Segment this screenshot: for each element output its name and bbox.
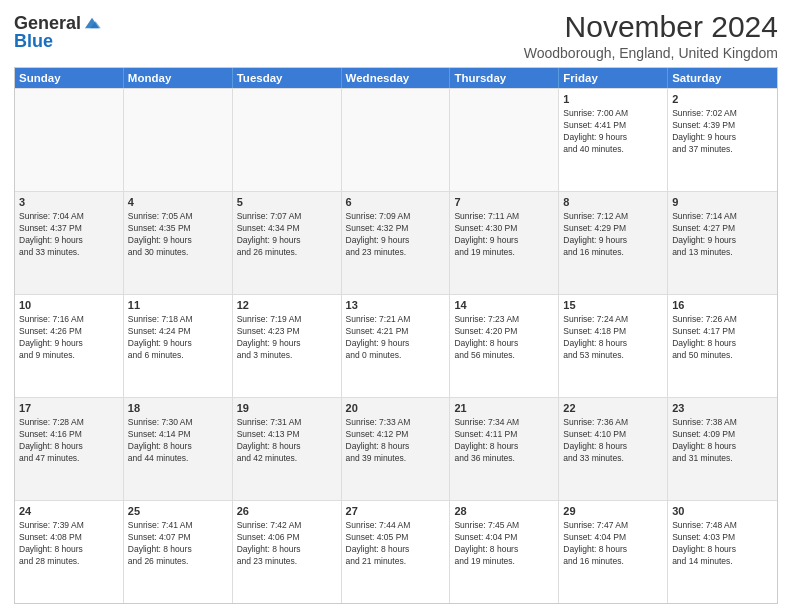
cal-cell-empty [124,89,233,191]
day-number: 1 [563,92,663,107]
cal-cell-empty [450,89,559,191]
cal-header-wednesday: Wednesday [342,68,451,88]
cal-cell-day-1: 1Sunrise: 7:00 AM Sunset: 4:41 PM Daylig… [559,89,668,191]
day-number: 24 [19,504,119,519]
cal-cell-empty [233,89,342,191]
day-number: 28 [454,504,554,519]
day-detail: Sunrise: 7:41 AM Sunset: 4:07 PM Dayligh… [128,520,228,568]
day-number: 27 [346,504,446,519]
cal-cell-day-16: 16Sunrise: 7:26 AM Sunset: 4:17 PM Dayli… [668,295,777,397]
logo-blue: Blue [14,32,53,50]
day-number: 15 [563,298,663,313]
cal-cell-day-21: 21Sunrise: 7:34 AM Sunset: 4:11 PM Dayli… [450,398,559,500]
cal-week-3: 10Sunrise: 7:16 AM Sunset: 4:26 PM Dayli… [15,294,777,397]
day-number: 29 [563,504,663,519]
cal-week-5: 24Sunrise: 7:39 AM Sunset: 4:08 PM Dayli… [15,500,777,603]
day-number: 26 [237,504,337,519]
cal-cell-day-5: 5Sunrise: 7:07 AM Sunset: 4:34 PM Daylig… [233,192,342,294]
cal-header-friday: Friday [559,68,668,88]
cal-cell-day-26: 26Sunrise: 7:42 AM Sunset: 4:06 PM Dayli… [233,501,342,603]
cal-header-sunday: Sunday [15,68,124,88]
day-detail: Sunrise: 7:00 AM Sunset: 4:41 PM Dayligh… [563,108,663,156]
cal-cell-day-2: 2Sunrise: 7:02 AM Sunset: 4:39 PM Daylig… [668,89,777,191]
day-detail: Sunrise: 7:30 AM Sunset: 4:14 PM Dayligh… [128,417,228,465]
day-number: 2 [672,92,773,107]
day-detail: Sunrise: 7:47 AM Sunset: 4:04 PM Dayligh… [563,520,663,568]
cal-cell-day-18: 18Sunrise: 7:30 AM Sunset: 4:14 PM Dayli… [124,398,233,500]
day-detail: Sunrise: 7:34 AM Sunset: 4:11 PM Dayligh… [454,417,554,465]
day-detail: Sunrise: 7:28 AM Sunset: 4:16 PM Dayligh… [19,417,119,465]
cal-cell-day-17: 17Sunrise: 7:28 AM Sunset: 4:16 PM Dayli… [15,398,124,500]
calendar-header: SundayMondayTuesdayWednesdayThursdayFrid… [15,68,777,88]
day-detail: Sunrise: 7:05 AM Sunset: 4:35 PM Dayligh… [128,211,228,259]
day-number: 7 [454,195,554,210]
day-number: 16 [672,298,773,313]
day-number: 17 [19,401,119,416]
day-detail: Sunrise: 7:31 AM Sunset: 4:13 PM Dayligh… [237,417,337,465]
day-number: 14 [454,298,554,313]
day-detail: Sunrise: 7:02 AM Sunset: 4:39 PM Dayligh… [672,108,773,156]
cal-cell-day-29: 29Sunrise: 7:47 AM Sunset: 4:04 PM Dayli… [559,501,668,603]
cal-cell-empty [15,89,124,191]
cal-cell-day-25: 25Sunrise: 7:41 AM Sunset: 4:07 PM Dayli… [124,501,233,603]
cal-cell-day-15: 15Sunrise: 7:24 AM Sunset: 4:18 PM Dayli… [559,295,668,397]
day-detail: Sunrise: 7:24 AM Sunset: 4:18 PM Dayligh… [563,314,663,362]
cal-cell-day-9: 9Sunrise: 7:14 AM Sunset: 4:27 PM Daylig… [668,192,777,294]
cal-cell-day-8: 8Sunrise: 7:12 AM Sunset: 4:29 PM Daylig… [559,192,668,294]
header: General Blue November 2024 Woodborough, … [14,10,778,61]
cal-cell-day-27: 27Sunrise: 7:44 AM Sunset: 4:05 PM Dayli… [342,501,451,603]
title-block: November 2024 Woodborough, England, Unit… [524,10,778,61]
logo-general: General [14,14,81,32]
day-detail: Sunrise: 7:38 AM Sunset: 4:09 PM Dayligh… [672,417,773,465]
day-detail: Sunrise: 7:45 AM Sunset: 4:04 PM Dayligh… [454,520,554,568]
day-number: 30 [672,504,773,519]
day-number: 9 [672,195,773,210]
day-detail: Sunrise: 7:09 AM Sunset: 4:32 PM Dayligh… [346,211,446,259]
calendar-body: 1Sunrise: 7:00 AM Sunset: 4:41 PM Daylig… [15,88,777,603]
day-number: 21 [454,401,554,416]
day-detail: Sunrise: 7:16 AM Sunset: 4:26 PM Dayligh… [19,314,119,362]
cal-cell-day-10: 10Sunrise: 7:16 AM Sunset: 4:26 PM Dayli… [15,295,124,397]
day-detail: Sunrise: 7:19 AM Sunset: 4:23 PM Dayligh… [237,314,337,362]
day-detail: Sunrise: 7:04 AM Sunset: 4:37 PM Dayligh… [19,211,119,259]
day-number: 23 [672,401,773,416]
logo: General Blue [14,14,101,50]
cal-cell-day-19: 19Sunrise: 7:31 AM Sunset: 4:13 PM Dayli… [233,398,342,500]
cal-cell-day-13: 13Sunrise: 7:21 AM Sunset: 4:21 PM Dayli… [342,295,451,397]
day-detail: Sunrise: 7:23 AM Sunset: 4:20 PM Dayligh… [454,314,554,362]
day-number: 25 [128,504,228,519]
cal-cell-day-3: 3Sunrise: 7:04 AM Sunset: 4:37 PM Daylig… [15,192,124,294]
day-number: 19 [237,401,337,416]
day-number: 4 [128,195,228,210]
day-detail: Sunrise: 7:18 AM Sunset: 4:24 PM Dayligh… [128,314,228,362]
day-number: 13 [346,298,446,313]
day-number: 3 [19,195,119,210]
day-detail: Sunrise: 7:48 AM Sunset: 4:03 PM Dayligh… [672,520,773,568]
day-number: 20 [346,401,446,416]
cal-cell-day-6: 6Sunrise: 7:09 AM Sunset: 4:32 PM Daylig… [342,192,451,294]
cal-cell-day-7: 7Sunrise: 7:11 AM Sunset: 4:30 PM Daylig… [450,192,559,294]
day-detail: Sunrise: 7:07 AM Sunset: 4:34 PM Dayligh… [237,211,337,259]
cal-header-monday: Monday [124,68,233,88]
cal-cell-day-24: 24Sunrise: 7:39 AM Sunset: 4:08 PM Dayli… [15,501,124,603]
cal-week-2: 3Sunrise: 7:04 AM Sunset: 4:37 PM Daylig… [15,191,777,294]
month-title: November 2024 [524,10,778,43]
cal-cell-day-22: 22Sunrise: 7:36 AM Sunset: 4:10 PM Dayli… [559,398,668,500]
day-detail: Sunrise: 7:39 AM Sunset: 4:08 PM Dayligh… [19,520,119,568]
day-detail: Sunrise: 7:33 AM Sunset: 4:12 PM Dayligh… [346,417,446,465]
cal-cell-empty [342,89,451,191]
day-detail: Sunrise: 7:42 AM Sunset: 4:06 PM Dayligh… [237,520,337,568]
day-number: 22 [563,401,663,416]
cal-cell-day-23: 23Sunrise: 7:38 AM Sunset: 4:09 PM Dayli… [668,398,777,500]
cal-cell-day-28: 28Sunrise: 7:45 AM Sunset: 4:04 PM Dayli… [450,501,559,603]
cal-week-1: 1Sunrise: 7:00 AM Sunset: 4:41 PM Daylig… [15,88,777,191]
cal-cell-day-11: 11Sunrise: 7:18 AM Sunset: 4:24 PM Dayli… [124,295,233,397]
cal-cell-day-4: 4Sunrise: 7:05 AM Sunset: 4:35 PM Daylig… [124,192,233,294]
day-number: 11 [128,298,228,313]
calendar: SundayMondayTuesdayWednesdayThursdayFrid… [14,67,778,604]
cal-header-saturday: Saturday [668,68,777,88]
cal-cell-day-20: 20Sunrise: 7:33 AM Sunset: 4:12 PM Dayli… [342,398,451,500]
cal-header-tuesday: Tuesday [233,68,342,88]
cal-header-thursday: Thursday [450,68,559,88]
day-number: 12 [237,298,337,313]
